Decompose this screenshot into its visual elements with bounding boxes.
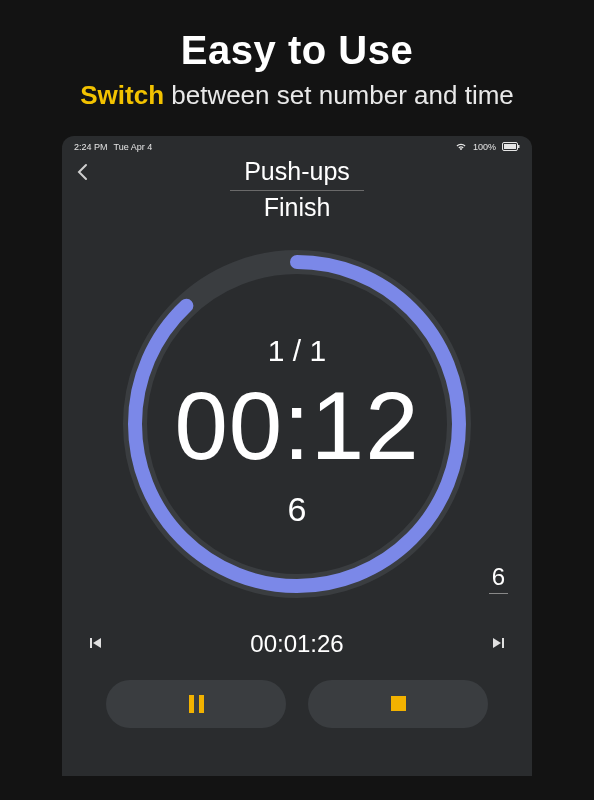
battery-icon (502, 142, 520, 153)
exercise-name[interactable]: Push-ups (230, 157, 364, 191)
rep-count-in-dial: 6 (288, 490, 307, 529)
back-button[interactable] (76, 163, 88, 186)
rep-total[interactable]: 6 (489, 563, 508, 594)
progress-dial[interactable]: 1 / 1 00:12 6 (117, 244, 477, 604)
promo-title: Easy to Use (20, 28, 574, 73)
promo-subtitle: Switch between set number and time (20, 79, 574, 112)
wifi-icon (455, 142, 467, 153)
app-header: Push-ups Finish (62, 157, 532, 222)
next-button[interactable] (492, 637, 504, 651)
promo-accent-word: Switch (80, 80, 164, 110)
svg-rect-6 (502, 638, 504, 648)
stop-icon (391, 696, 406, 711)
set-counter[interactable]: 1 / 1 (268, 334, 326, 368)
status-date: Tue Apr 4 (114, 142, 153, 152)
svg-rect-2 (518, 145, 520, 148)
status-time: 2:24 PM (74, 142, 108, 152)
pause-icon (189, 695, 204, 713)
countdown-time: 00:12 (174, 378, 419, 474)
status-bar: 2:24 PM Tue Apr 4 100% (62, 136, 532, 155)
svg-rect-5 (90, 638, 92, 648)
elapsed-row: 00:01:26 (62, 630, 532, 658)
promo-banner: Easy to Use Switch between set number an… (0, 0, 594, 130)
elapsed-time: 00:01:26 (250, 630, 343, 658)
stop-button[interactable] (308, 680, 488, 728)
status-battery: 100% (473, 142, 496, 152)
promo-rest-text: between set number and time (164, 80, 514, 110)
svg-rect-1 (504, 144, 516, 149)
control-bar (62, 680, 532, 728)
device-frame: 2:24 PM Tue Apr 4 100% Push-ups Finish (62, 136, 532, 776)
previous-button[interactable] (90, 637, 102, 651)
phase-label: Finish (62, 193, 532, 222)
dial-area: 1 / 1 00:12 6 6 (62, 244, 532, 604)
pause-button[interactable] (106, 680, 286, 728)
